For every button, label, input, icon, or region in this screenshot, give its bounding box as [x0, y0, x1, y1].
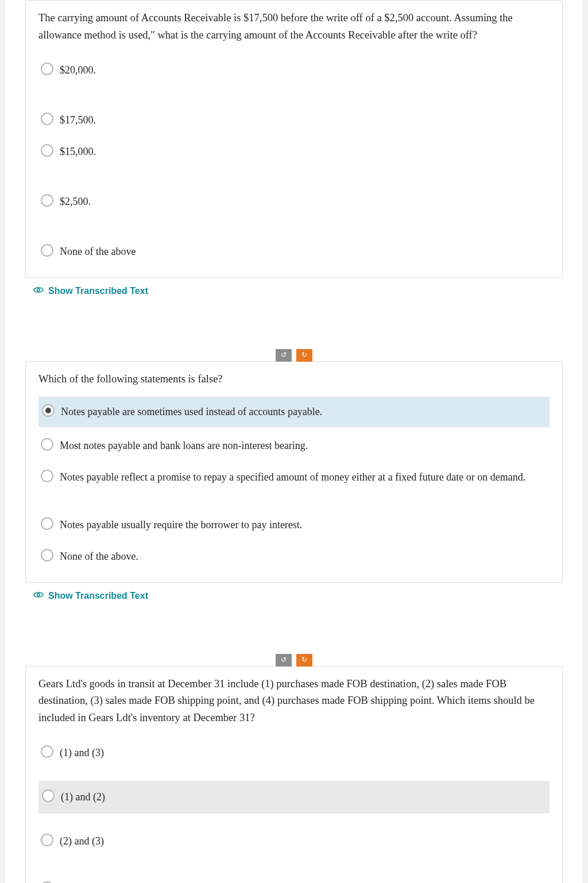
option-row[interactable]: $20,000.: [38, 57, 550, 83]
option-label: None of the above: [60, 243, 136, 260]
radio-icon[interactable]: [41, 244, 53, 257]
question-prompt: Gears Ltd's goods in transit at December…: [38, 676, 550, 727]
option-label: (1) and (2): [61, 789, 105, 805]
option-row[interactable]: Most notes payable and bank loans are no…: [38, 433, 550, 459]
question-card-3: Gears Ltd's goods in transit at December…: [25, 666, 563, 883]
radio-icon[interactable]: [41, 144, 53, 157]
nav-buttons: ↺ ↻: [25, 349, 563, 362]
radio-icon[interactable]: [41, 470, 53, 482]
option-row[interactable]: None of the above: [38, 239, 550, 265]
option-label: None of the above.: [60, 548, 138, 565]
nav-next-button[interactable]: ↻: [296, 349, 312, 362]
question-card-1: The carrying amount of Accounts Receivab…: [25, 0, 563, 278]
question-prompt: The carrying amount of Accounts Receivab…: [38, 10, 550, 44]
option-label: $17,500.: [60, 112, 96, 129]
option-label: (1) and (3): [60, 745, 104, 761]
option-row[interactable]: $17,500.: [38, 107, 550, 133]
radio-icon[interactable]: [41, 549, 53, 561]
option-label: (2) and (4): [60, 881, 104, 883]
spacer: [25, 296, 563, 349]
show-transcribed-link[interactable]: Show Transcribed Text: [33, 286, 563, 296]
rotate-left-icon: ↺: [281, 351, 287, 359]
rotate-right-icon: ↻: [301, 351, 307, 359]
svg-point-0: [37, 288, 40, 291]
option-row[interactable]: None of the above.: [38, 544, 550, 570]
radio-icon[interactable]: [41, 517, 53, 530]
radio-icon[interactable]: [41, 438, 53, 451]
option-row[interactable]: $15,000.: [38, 139, 550, 165]
spacer: [25, 601, 563, 654]
eye-icon: [33, 591, 44, 601]
radio-icon[interactable]: [41, 745, 53, 758]
option-label: Notes payable usually require the borrow…: [60, 517, 302, 533]
options-group: Notes payable are sometimes used instead…: [38, 397, 550, 569]
option-row[interactable]: Notes payable usually require the borrow…: [38, 512, 550, 538]
radio-icon[interactable]: [41, 113, 53, 125]
show-transcribed-label: Show Transcribed Text: [48, 286, 148, 296]
nav-next-button[interactable]: ↻: [296, 654, 312, 667]
question-prompt: Which of the following statements is fal…: [38, 371, 550, 388]
svg-point-1: [37, 593, 40, 596]
rotate-left-icon: ↺: [281, 656, 287, 664]
radio-icon[interactable]: [42, 404, 55, 417]
option-row[interactable]: (1) and (3): [38, 740, 550, 766]
option-label: Notes payable are sometimes used instead…: [61, 404, 322, 420]
option-label: $15,000.: [60, 144, 96, 160]
option-row[interactable]: Notes payable are sometimes used instead…: [38, 397, 550, 427]
options-group: (1) and (3) (1) and (2) (2) and (3) (2) …: [38, 740, 550, 883]
radio-icon[interactable]: [41, 834, 53, 846]
nav-prev-button[interactable]: ↺: [276, 349, 292, 362]
radio-icon[interactable]: [42, 789, 55, 802]
option-row[interactable]: (2) and (3): [38, 828, 550, 854]
option-label: $2,500.: [60, 193, 91, 210]
eye-icon: [33, 286, 44, 296]
radio-icon[interactable]: [41, 194, 53, 207]
rotate-right-icon: ↻: [301, 656, 307, 664]
option-row[interactable]: (2) and (4): [38, 876, 550, 883]
option-label: Notes payable reflect a promise to repay…: [60, 469, 525, 486]
option-label: Most notes payable and bank loans are no…: [60, 437, 308, 454]
nav-buttons: ↺ ↻: [25, 654, 563, 667]
nav-prev-button[interactable]: ↺: [276, 654, 292, 667]
question-card-2: Which of the following statements is fal…: [25, 361, 563, 583]
option-row[interactable]: Notes payable reflect a promise to repay…: [38, 464, 550, 490]
option-label: (2) and (3): [60, 833, 104, 850]
radio-icon[interactable]: [41, 63, 53, 75]
option-row[interactable]: $2,500.: [38, 189, 550, 215]
option-label: $20,000.: [60, 62, 96, 79]
show-transcribed-link[interactable]: Show Transcribed Text: [33, 591, 563, 601]
show-transcribed-label: Show Transcribed Text: [48, 591, 148, 601]
option-row[interactable]: (1) and (2): [38, 781, 550, 814]
options-group: $20,000. $17,500. $15,000. $2,500. None …: [38, 57, 550, 264]
